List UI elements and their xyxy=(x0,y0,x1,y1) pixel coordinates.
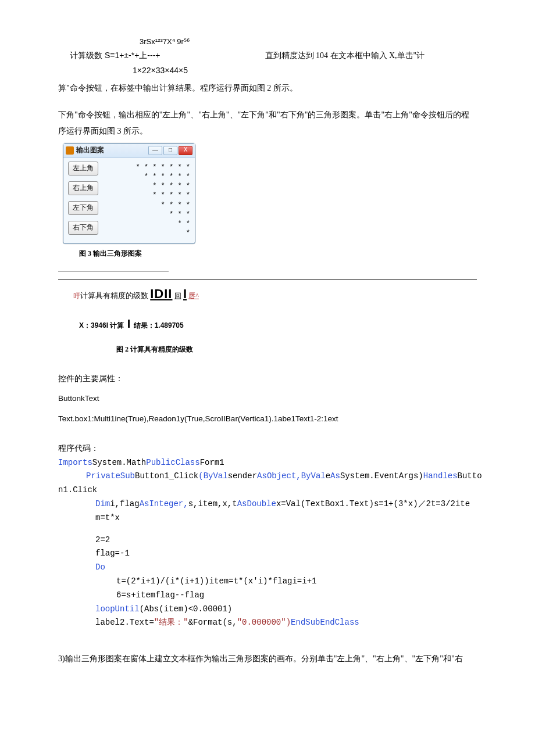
bottom-left-button[interactable]: 左下角 xyxy=(68,201,98,215)
divider-full xyxy=(58,280,477,280)
code-block: 程序代码： ImportsSystem.MathPublicClassForm1… xyxy=(58,442,477,630)
top-right-button[interactable]: 右上角 xyxy=(68,181,98,195)
code-header: 程序代码： xyxy=(58,442,477,456)
pattern-output-area: * * * * * * * * * * * * * * * * * * * * … xyxy=(104,162,190,238)
result-bar: I xyxy=(127,317,131,330)
result-line: X：3946I 计算 I 结果：1.489705 xyxy=(79,313,477,334)
paragraph-3: 3)输出三角形图案在窗体上建立文本框作为输出三角形图案的画布。分别单击"左上角"… xyxy=(58,651,477,667)
bottom-right-button[interactable]: 右下角 xyxy=(68,221,98,235)
code-line-3: n1.Click xyxy=(58,483,477,497)
figure-3-caption: 图 3 输出三角形图案 xyxy=(79,248,477,260)
code-line-10: 6=s+itemflag--flag xyxy=(116,589,477,603)
code-line-5: m=t*x xyxy=(95,511,477,525)
app-icon xyxy=(66,146,74,155)
series-text: 计算具有精度的级数 xyxy=(80,291,148,300)
properties-line-2: Text.box1:Multi1ine(True),Readon1y(True,… xyxy=(58,412,477,426)
divider-short xyxy=(58,271,169,271)
minimize-button[interactable]: — xyxy=(148,146,162,155)
result-label: 结果： xyxy=(134,321,155,329)
code-line-6: 2=2 xyxy=(95,533,477,547)
code-line-11: loopUntil(Abs(item)<0.00001) xyxy=(95,603,477,617)
figure-2-caption: 图 2 计算具有精度的级数 xyxy=(116,343,477,356)
properties-header: 控件的主要属性： xyxy=(58,371,477,386)
calc-label: 计算 xyxy=(110,321,124,329)
code-line-8: Do xyxy=(95,561,477,575)
top-left-button[interactable]: 左上角 xyxy=(68,162,98,175)
maximize-button[interactable]: □ xyxy=(163,146,177,155)
code-line-4: Dimi,flagAsInteger,s,item,x,tAsDoublex=V… xyxy=(95,497,477,511)
close-button[interactable]: X xyxy=(179,146,192,155)
properties-line-1: ButtonkText xyxy=(58,392,477,406)
series-idii: IDII xyxy=(150,286,172,301)
output-pattern-window: 输出图案 — □ X 左上角 右上角 左下角 右下角 * * * * * * *… xyxy=(63,143,195,245)
window-titlebar: 输出图案 — □ X xyxy=(63,144,195,158)
paragraph-2: 下角"命令按钮，输出相应的"左上角"、"右上角"、"左下角"和"右下角"的三角形… xyxy=(58,107,477,139)
red-prefix: 吁 xyxy=(73,292,80,300)
code-line-7: flag=-1 xyxy=(95,547,477,561)
formula-rhs-text: 直到精度达到 104 在文本框中输入 X,单击"计 xyxy=(265,48,425,63)
series-mid: 回 xyxy=(174,292,181,300)
x-label: X： xyxy=(79,321,91,329)
result-value: 1.489705 xyxy=(155,321,184,329)
series-window-title-line: 吁计算具有精度的级数 IDII 回 I 唇^ xyxy=(73,282,477,306)
code-line-1: ImportsSystem.MathPublicClassForm1 xyxy=(58,456,477,470)
paragraph-1: 算"命令按钮，在标签中输出计算结果。程序运行界面如图 2 所示。 xyxy=(58,80,477,96)
series-bar: I xyxy=(183,286,187,301)
formula-lhs: 计算级数 S=1+±-*+上---+ xyxy=(70,48,160,63)
red-suffix: 唇^ xyxy=(188,292,199,300)
window-title: 输出图案 xyxy=(76,144,148,157)
formula-denominator: 1×22×33×44×5 xyxy=(133,63,477,78)
corner-buttons-column: 左上角 右上角 左下角 右下角 xyxy=(68,162,98,238)
code-line-12: label2.Text="结果："&Format(s,"0.000000")En… xyxy=(95,616,477,630)
formula-block: 3rSx¹²³7X⁴ 9r⁵⁶ 计算级数 S=1+±-*+上---+ 直到精度达… xyxy=(58,35,477,78)
formula-numerator: 3rSx¹²³7X⁴ 9r⁵⁶ xyxy=(140,35,477,48)
x-value: 3946I xyxy=(91,321,108,329)
code-line-9: t=(2*i+1)/(i*(i+1))item=t*(x'i)*flagi=i+… xyxy=(116,575,477,589)
code-line-2: PrivateSubButton1_Click(ByValsenderAsObj… xyxy=(86,470,477,483)
